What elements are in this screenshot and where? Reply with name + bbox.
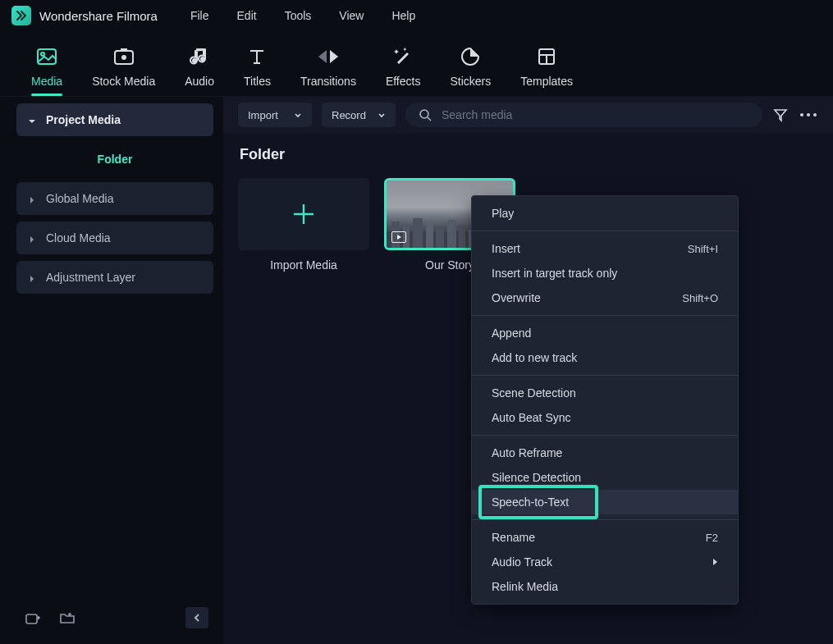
node-label: Folder xyxy=(98,153,133,166)
menu-item-label: Insert in target track only xyxy=(492,267,617,280)
context-menu-item[interactable]: Play xyxy=(472,201,738,226)
menu-edit[interactable]: Edit xyxy=(237,9,257,22)
tab-stickers[interactable]: Stickers xyxy=(435,40,506,96)
context-menu-item[interactable]: Auto Reframe xyxy=(472,441,738,465)
menu-item-shortcut: Shift+I xyxy=(688,243,718,255)
tab-templates[interactable]: Templates xyxy=(506,40,588,96)
menu-item-label: Insert xyxy=(492,242,520,255)
tab-label: Audio xyxy=(185,75,214,88)
context-menu-item[interactable]: Audio Track xyxy=(472,550,738,574)
chevron-down-icon xyxy=(378,109,386,121)
tab-media[interactable]: Media xyxy=(16,40,77,96)
svg-rect-17 xyxy=(436,228,444,248)
menu-tools[interactable]: Tools xyxy=(285,9,312,22)
svg-point-8 xyxy=(420,110,428,118)
folder-node[interactable]: Folder xyxy=(16,143,213,176)
search-input[interactable] xyxy=(442,108,751,121)
menu-separator xyxy=(472,519,738,520)
menu-item-label: Append xyxy=(492,327,531,340)
context-menu-item[interactable]: Speech-to-Text xyxy=(472,490,738,514)
video-clip-icon xyxy=(391,231,406,243)
tab-audio[interactable]: Audio xyxy=(170,40,229,96)
node-label: Project Media xyxy=(46,113,121,126)
menu-item-shortcut: Shift+O xyxy=(682,292,718,304)
new-folder-icon[interactable] xyxy=(56,607,79,628)
context-menu-item[interactable]: Insert in target track only xyxy=(472,261,738,285)
menu-item-label: Auto Beat Sync xyxy=(492,411,571,424)
menu-view[interactable]: View xyxy=(339,9,364,22)
context-menu-item[interactable]: Append xyxy=(472,321,738,345)
svg-point-11 xyxy=(813,113,817,116)
transitions-icon xyxy=(317,45,340,68)
tab-transitions[interactable]: Transitions xyxy=(286,40,371,96)
tab-label: Stock Media xyxy=(92,75,155,88)
more-options-icon[interactable] xyxy=(799,107,818,123)
export-media-icon[interactable] xyxy=(21,607,44,628)
import-dropdown[interactable]: Import xyxy=(238,103,312,127)
search-icon xyxy=(417,107,433,123)
menu-item-shortcut: F2 xyxy=(706,532,718,544)
record-dropdown[interactable]: Record xyxy=(322,103,396,127)
menu-item-label: Auto Reframe xyxy=(492,446,562,459)
media-tree: Project Media Folder Global Media Cloud … xyxy=(16,103,213,601)
menu-help[interactable]: Help xyxy=(391,9,415,22)
context-menu-item[interactable]: RenameF2 xyxy=(472,525,738,550)
caret-right-icon xyxy=(28,272,38,282)
cloud-media-node[interactable]: Cloud Media xyxy=(16,222,213,254)
context-menu-item[interactable]: Add to new track xyxy=(472,345,738,370)
menu-item-label: Overwrite xyxy=(492,291,541,304)
menu-file[interactable]: File xyxy=(190,9,209,22)
menu-item-label: Scene Detection xyxy=(492,386,576,400)
titles-icon xyxy=(245,45,268,68)
folder-title: Folder xyxy=(240,146,818,163)
svg-point-5 xyxy=(200,57,205,62)
collapse-sidebar-button[interactable] xyxy=(185,607,208,628)
media-toolbar: Import Record xyxy=(223,97,833,133)
context-menu-item[interactable]: Silence Detection xyxy=(472,465,738,490)
import-media-card[interactable]: Import Media xyxy=(238,178,369,272)
tab-label: Media xyxy=(31,75,62,88)
audio-icon xyxy=(188,45,211,68)
filter-icon[interactable] xyxy=(772,107,789,123)
node-label: Global Media xyxy=(46,192,114,205)
title-bar: Wondershare Filmora File Edit Tools View… xyxy=(0,0,833,31)
app-logo-icon xyxy=(11,6,31,25)
svg-rect-19 xyxy=(459,225,465,248)
menu-item-label: Speech-to-Text xyxy=(492,496,569,509)
menu-bar: File Edit Tools View Help xyxy=(190,9,415,22)
menu-item-label: Rename xyxy=(492,531,535,544)
menu-item-label: Add to new track xyxy=(492,351,577,364)
context-menu-item[interactable]: Relink Media xyxy=(472,574,738,599)
caret-right-icon xyxy=(28,233,38,243)
tab-label: Stickers xyxy=(450,75,491,88)
context-menu-item[interactable]: InsertShift+I xyxy=(472,236,738,261)
menu-separator xyxy=(472,315,738,316)
tab-label: Effects xyxy=(386,75,421,88)
adjustment-layer-node[interactable]: Adjustment Layer xyxy=(16,261,213,294)
dropdown-label: Import xyxy=(248,109,278,121)
tab-titles[interactable]: Titles xyxy=(229,40,286,96)
caret-right-icon xyxy=(28,194,38,203)
tab-label: Transitions xyxy=(300,75,356,88)
stickers-icon xyxy=(459,45,482,68)
context-menu-item[interactable]: Auto Beat Sync xyxy=(472,405,738,430)
global-media-node[interactable]: Global Media xyxy=(16,182,213,215)
svg-point-1 xyxy=(41,53,44,56)
media-icon xyxy=(35,45,58,68)
effects-icon xyxy=(391,45,414,68)
menu-item-label: Play xyxy=(492,207,514,220)
context-menu-item[interactable]: OverwriteShift+O xyxy=(472,285,738,310)
menu-separator xyxy=(472,435,738,436)
project-media-node[interactable]: Project Media xyxy=(16,103,213,136)
search-wrap xyxy=(405,103,762,127)
context-menu-item[interactable]: Scene Detection xyxy=(472,381,738,405)
svg-rect-15 xyxy=(413,218,423,248)
menu-item-label: Audio Track xyxy=(492,555,552,569)
sidebar-footer xyxy=(16,601,213,634)
tab-effects[interactable]: Effects xyxy=(371,40,436,96)
stock-media-icon xyxy=(112,45,135,68)
category-tabstrip: Media Stock Media Audio Titles Transitio… xyxy=(0,31,833,97)
card-label: Import Media xyxy=(270,258,337,272)
tab-stock-media[interactable]: Stock Media xyxy=(77,40,170,96)
node-label: Cloud Media xyxy=(46,231,111,244)
